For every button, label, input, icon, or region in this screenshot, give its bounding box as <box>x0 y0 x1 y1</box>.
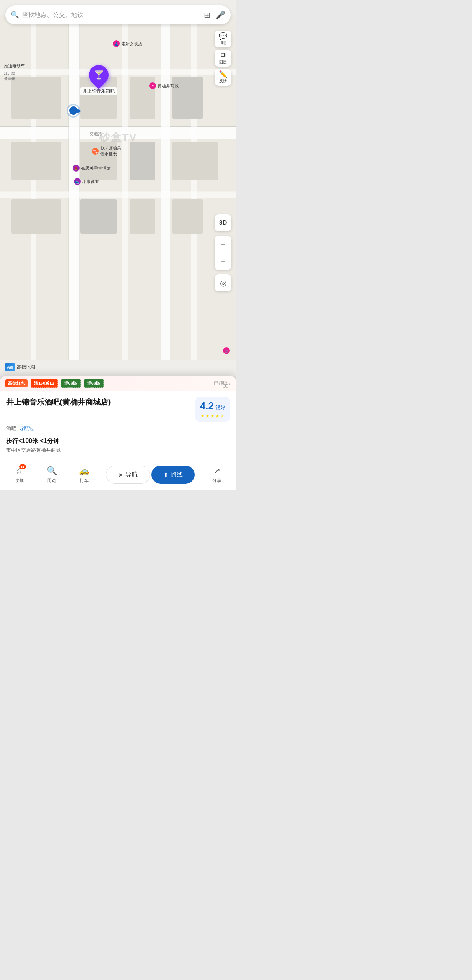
zoom-controls: + − <box>215 236 231 270</box>
svg-rect-5 <box>161 16 170 360</box>
current-location-indicator <box>68 105 79 116</box>
collect-button[interactable]: ☆ 33 收藏 <box>4 466 35 484</box>
svg-rect-8 <box>31 16 36 360</box>
zoom-in-button[interactable]: + <box>215 236 231 253</box>
coupon-3: 满6减5 <box>84 379 104 388</box>
messages-button[interactable]: 💬 消息 <box>215 31 231 47</box>
collect-label: 收藏 <box>15 477 24 484</box>
poi-shangcheng[interactable]: 🛍 黄桷井商城 <box>149 82 179 89</box>
star-4: ★ <box>215 413 220 419</box>
poi-dot: 💄 <box>73 165 80 172</box>
search-input[interactable]: 查找地点、公交、地铁 <box>22 11 204 19</box>
nearby-label: 周边 <box>47 477 56 484</box>
navigate-label: 导航 <box>125 471 138 479</box>
feedback-icon: ✏️ <box>219 71 227 78</box>
poi-dot: 👟 <box>74 178 81 185</box>
action-divider <box>103 468 103 482</box>
svg-rect-19 <box>11 199 61 234</box>
collect-badge: 33 <box>19 464 26 469</box>
search-icon: 🔍 <box>11 11 19 19</box>
venue-category: 酒吧 <box>6 425 16 432</box>
route-icon: ⬆ <box>163 471 168 479</box>
share-icon: ↗ <box>213 466 220 476</box>
svg-rect-18 <box>172 142 218 180</box>
share-label: 分享 <box>212 477 221 484</box>
cocktail-icon: 🍸 <box>94 70 104 80</box>
star-2: ★ <box>205 413 210 419</box>
poi-dot: 🍬 <box>92 148 99 155</box>
rating-row: 4.2 很好 <box>200 400 225 412</box>
amap-logo: 高德 高德地图 <box>5 363 35 371</box>
layers-button[interactable]: ⧉ 图层 <box>215 50 231 67</box>
message-icon: 💬 <box>219 33 227 39</box>
venue-distance: 步行<100米 <1分钟 <box>6 437 230 445</box>
close-button[interactable]: ✕ <box>220 381 231 392</box>
coupon-1: 满150减12 <box>31 379 58 388</box>
svg-rect-17 <box>130 142 155 180</box>
map-controls: 💬 消息 ⧉ 图层 ✏️ 反馈 <box>215 31 231 86</box>
svg-rect-22 <box>172 199 203 234</box>
svg-rect-21 <box>130 199 155 234</box>
svg-rect-9 <box>122 16 128 360</box>
taxi-label: 打车 <box>80 477 89 484</box>
scan-icon[interactable]: ⊞ <box>204 10 210 20</box>
star-5: ★ <box>220 413 225 419</box>
action-bar: ☆ 33 收藏 🔍 周边 🚕 打车 ➤ 导航 ⬆ 路线 ↗ 分享 <box>0 461 236 490</box>
route-label: 路线 <box>171 471 183 479</box>
venue-pin[interactable]: 🍸 井上锦音乐酒吧 <box>80 65 117 95</box>
svg-rect-15 <box>11 142 61 180</box>
share-button[interactable]: ↗ 分享 <box>201 466 232 484</box>
mic-icon[interactable]: 🎤 <box>216 10 225 20</box>
layers-icon: ⧉ <box>221 52 226 59</box>
poi-tuidi: 推迪电动车 <box>4 63 25 69</box>
rating-desc: 很好 <box>215 404 225 411</box>
amap-logo-icon: 高德 <box>5 363 15 371</box>
venue-tags: 酒吧 导航过 <box>6 425 230 432</box>
locate-button[interactable]: ◎ <box>215 274 231 291</box>
rating-stars: ★ ★ ★ ★ ★ <box>200 413 225 419</box>
route-button[interactable]: ⬆ 路线 <box>151 466 195 484</box>
nearby-icon: 🔍 <box>47 466 57 476</box>
svg-rect-20 <box>80 199 117 234</box>
search-bar[interactable]: 🔍 查找地点、公交、地铁 ⊞ 🎤 <box>5 5 231 24</box>
venue-header: 井上锦音乐酒吧(黄桷井商城店) 4.2 很好 ★ ★ ★ ★ ★ <box>6 397 230 422</box>
poi-xiaokang[interactable]: 👟 小康鞋业 <box>74 178 99 185</box>
venue-rating: 4.2 很好 ★ ★ ★ ★ ★ <box>195 397 230 422</box>
poi-jiuyuanbinguan: 江开联务宾馆 <box>4 71 15 82</box>
poi-dot: 👗 <box>113 40 120 47</box>
svg-text:交通路: 交通路 <box>90 131 102 136</box>
nav-status-tag[interactable]: 导航过 <box>19 425 34 432</box>
svg-rect-10 <box>191 16 197 360</box>
star-3: ★ <box>210 413 215 419</box>
pin-bubble: 🍸 <box>85 61 113 89</box>
venue-info: 井上锦音乐酒吧(黄桷井商城店) 4.2 很好 ★ ★ ★ ★ ★ 酒吧 导航过 … <box>0 391 236 457</box>
svg-rect-3 <box>69 16 80 360</box>
taxi-button[interactable]: 🚕 打车 <box>68 466 99 484</box>
3d-button[interactable]: 3D <box>215 214 231 231</box>
action-divider-2 <box>198 468 198 482</box>
locate-icon: ◎ <box>220 278 226 287</box>
svg-rect-11 <box>11 77 61 119</box>
nearby-button[interactable]: 🔍 周边 <box>36 466 67 484</box>
poi-supermarket: 🛒 <box>223 347 230 354</box>
poi-zhaotanguo[interactable]: 🍬 赵老师糖果酒水批发 <box>92 145 121 157</box>
coupon-2: 满6减5 <box>61 379 81 388</box>
poi-suzhuang[interactable]: 👗 素妍女装店 <box>113 40 142 47</box>
star-1: ★ <box>200 413 205 419</box>
navigate-button[interactable]: ➤ 导航 <box>106 466 150 484</box>
venue-name: 井上锦音乐酒吧(黄桷井商城店) <box>6 397 191 407</box>
rating-number: 4.2 <box>200 400 214 412</box>
taxi-icon: 🚕 <box>79 466 89 476</box>
red-packet-tag: 高德红包 <box>5 379 28 387</box>
navigate-icon: ➤ <box>118 471 123 479</box>
zoom-out-button[interactable]: − <box>215 253 231 270</box>
venue-address: 市中区交通路黄桷井商城 <box>6 447 230 454</box>
map-area[interactable]: 交通路 🔍 查找地点、公交、地铁 ⊞ 🎤 💬 消息 ⧉ 图层 ✏️ 反馈 3D … <box>0 0 236 376</box>
poi-busimei[interactable]: 💄 布思美学生活馆 <box>73 165 111 172</box>
feedback-button[interactable]: ✏️ 反馈 <box>215 69 231 86</box>
star-collect-icon: ☆ 33 <box>15 466 23 476</box>
poi-dot: 🛍 <box>149 82 156 89</box>
bottom-panel: ✕ 高德红包 满150减12 满6减5 满6减5 已领取 › 井上锦音乐酒吧(黄… <box>0 376 236 490</box>
red-packet-banner[interactable]: 高德红包 满150减12 满6减5 满6减5 已领取 › <box>0 376 236 391</box>
amap-logo-text: 高德地图 <box>17 364 35 371</box>
